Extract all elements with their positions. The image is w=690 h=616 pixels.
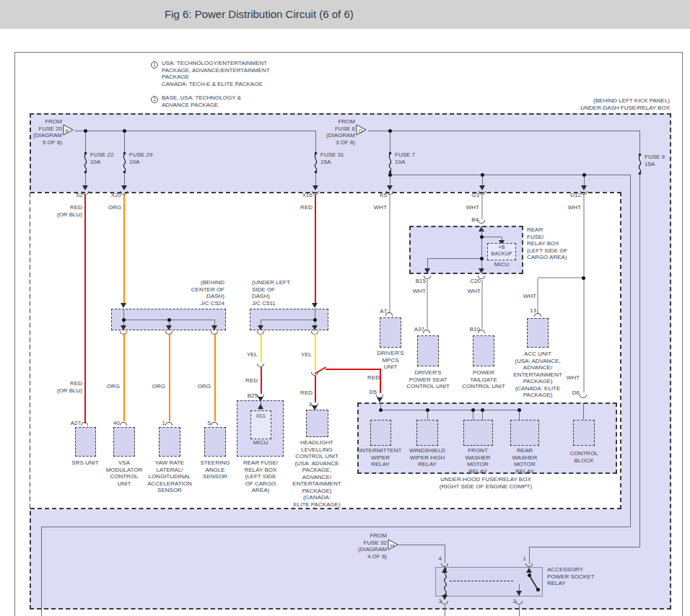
wire-segment [481, 195, 483, 219]
wire-segment [583, 402, 584, 420]
pin-b25: B25 [248, 392, 258, 400]
junction-dot [481, 173, 484, 177]
ig1-label: IG1 [250, 413, 271, 420]
wire-segment [390, 131, 390, 153]
junction-dot [536, 588, 540, 591]
under-dash-box-label: (BEHIND LEFT KICK PANEL) UNDER-DASH FUSE… [580, 97, 670, 111]
pin-5: 5 [208, 420, 211, 427]
acc-unit-box [527, 318, 549, 348]
pin-1-yaw: 1 [162, 420, 165, 427]
intermittent-wiper-relay-label: INTERMITTENT WIPER RELAY [355, 447, 406, 468]
arrow [479, 268, 484, 273]
wire-color-label: YEL [247, 351, 258, 358]
wire-color-label: RED [367, 374, 380, 382]
pin-d12: D12 [570, 192, 581, 199]
wire-segment [123, 195, 125, 304]
wire-color-label: RED [245, 377, 258, 384]
arrow [581, 185, 587, 190]
micu-bottom-label: MICU [237, 439, 284, 446]
wire-color-label: WHT [568, 204, 581, 211]
wire-segment [398, 545, 445, 545]
rear-box-bottom-label: REAR FUSE/ RELAY BOX (LEFT SIDE OF CARGO… [232, 459, 289, 494]
arrow [387, 185, 393, 190]
graphic [123, 152, 126, 155]
arrow [211, 325, 217, 330]
fuse-symbol-7 [386, 151, 394, 174]
fuse-symbol-9 [636, 153, 644, 175]
legend-marker-1: 1 [151, 61, 158, 69]
intermittent-wiper-relay-box [370, 420, 391, 446]
graphic: G [359, 128, 363, 134]
wire-segment [315, 333, 316, 371]
pin-c20: C20 [470, 278, 481, 285]
wire-segment [315, 195, 316, 303]
legend-note-1: USA: TECHNOLOGY/ENTERTAINMENT PACKAGE, A… [162, 60, 270, 87]
wire-segment [41, 527, 631, 527]
arrow [82, 185, 88, 190]
control-block-box [573, 420, 595, 446]
fuse-symbol-31 [312, 151, 320, 174]
headlight-levelling-label: HEADLIGHT LEVELLING CONTROL UNIT (USA: A… [288, 439, 346, 508]
drivers-mpcs-unit-box [380, 317, 401, 348]
wire-color-label: WHT [468, 288, 481, 295]
wire-segment [538, 277, 584, 278]
headlight-levelling-box [306, 410, 328, 437]
wire-segment [519, 605, 520, 616]
wire-segment [481, 280, 483, 329]
arrow [442, 595, 447, 600]
wire-color-label: RED [300, 204, 313, 211]
power-tailgate-label: POWER TAILGATE CONTROL UNIT [458, 369, 509, 390]
pin-b15: B15 [416, 278, 426, 285]
pin-40: 40 [113, 420, 120, 427]
graphic [84, 171, 87, 174]
wire-segment [529, 547, 640, 547]
legend-marker-2: 2 [151, 96, 158, 103]
junction-dot [426, 408, 429, 412]
junction-dot [582, 173, 586, 177]
arrow [121, 303, 126, 308]
wire-color-label: WHT [413, 288, 426, 295]
wire-segment [529, 547, 530, 564]
graphic [84, 154, 87, 171]
wire-segment [84, 195, 86, 423]
fuse7-label: FUSE 7 10A [395, 151, 415, 165]
wire-segment [630, 175, 631, 527]
junction-dot [123, 129, 126, 133]
arrow [377, 397, 383, 402]
source-triangle-k: K [63, 124, 74, 136]
wire-color-label: WHT [567, 374, 580, 382]
wire-color-label: ORG [107, 383, 120, 390]
drivers-mpcs-unit-label: DRIVER'S MPCS UNIT [369, 350, 412, 371]
drivers-power-seat-box [417, 335, 439, 366]
wire-segment [380, 410, 519, 410]
wire-segment [445, 605, 445, 616]
legend-note-2: BASE, USA: TECHNOLOGY & ADVANCE PACKAGE [162, 94, 241, 108]
jc-c511-label: (UNDER LEFT SIDE OF DASH) J/C C511 [252, 279, 290, 307]
wire-segment [315, 131, 316, 153]
wire-segment [427, 280, 428, 329]
connector-arc [81, 422, 88, 426]
windshield-wiper-high-relay-box [416, 420, 438, 446]
wire-color-label: WHT [466, 204, 479, 211]
connector-arc [165, 422, 172, 426]
wire-segment [41, 527, 42, 616]
junction-dot [480, 235, 484, 239]
pin-b10: B10 [470, 326, 480, 333]
graphic [445, 570, 447, 594]
relay-coil-symbol [440, 567, 450, 597]
power-tailgate-box [473, 335, 494, 366]
wire-segment [481, 226, 482, 259]
windshield-wiper-high-relay-label: WINDSHIELD WIPER HIGH RELAY [402, 447, 453, 468]
junction-dot [480, 257, 484, 260]
junction-dot [122, 318, 126, 322]
arrow [258, 325, 263, 330]
junction-dot [528, 573, 531, 577]
diagram-canvas: 1 USA: TECHNOLOGY/ENTERTAINMENT PACKAGE,… [0, 0, 690, 616]
arrow [516, 591, 522, 596]
source-fuse32-label: FROM FUSE 32 (DIAGRAM 4 OF 6) [358, 532, 387, 560]
fuse9-label: FUSE 9 15A [645, 154, 665, 167]
arrow [166, 325, 172, 330]
pin-x16: X16 [302, 192, 313, 199]
wire-color-label: RED (OR BLU) [57, 380, 82, 394]
rear-washer-motor-relay-label: REAR WASHER MOTOR RELAY [499, 447, 550, 475]
